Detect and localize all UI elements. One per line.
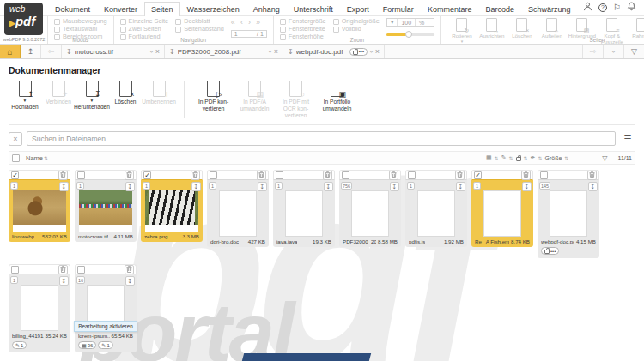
file-thumbnail[interactable]	[550, 190, 587, 237]
menu-item-konverter[interactable]: Konverter	[97, 2, 144, 15]
trash-icon[interactable]	[389, 171, 398, 180]
download-icon[interactable]: ↧	[522, 182, 532, 191]
file-checkbox[interactable]	[77, 171, 85, 179]
sort-by-name[interactable]: Name	[26, 154, 43, 162]
file-checkbox[interactable]	[342, 171, 349, 179]
download-icon[interactable]: ↧	[125, 276, 135, 286]
download-icon[interactable]: ↧	[390, 182, 399, 191]
file-checkbox[interactable]: ✓	[474, 171, 482, 179]
download-icon[interactable]: ↧	[66, 48, 72, 56]
menu-item-dokument[interactable]: Dokument	[48, 2, 97, 15]
file-card-pdf32000-20-pdf[interactable]: 756 ↧ PDF32000_20....pdf 8.58 MB	[339, 170, 401, 247]
nav-arrow-icon[interactable]: «	[231, 19, 235, 27]
file-card-motocross-tif[interactable]: 1 ↧ motocross.tif 4.11 MB	[75, 170, 137, 242]
trash-icon[interactable]	[58, 265, 68, 274]
pen-icon[interactable]: ✎	[501, 154, 507, 161]
flag-icon[interactable]: ⚐	[613, 3, 621, 12]
menu-item-export[interactable]: Export	[340, 2, 376, 15]
file-checkbox[interactable]	[408, 171, 416, 179]
chevron-down-icon[interactable]: ▾	[91, 99, 94, 102]
chevron-down-icon[interactable]: ›	[266, 51, 274, 53]
file-checkbox[interactable]	[210, 171, 217, 179]
file-card-dgri-bro-doc[interactable]: 1 ↧ dgri-bro.doc 427 KB	[207, 170, 269, 247]
file-card-pdfjs-js[interactable]: 1 ↧ pdfjs.js 1.92 MB	[405, 170, 467, 247]
file-thumbnail[interactable]	[145, 190, 198, 232]
download-icon[interactable]: ↧	[59, 276, 69, 286]
trash-icon[interactable]	[521, 171, 531, 180]
select-all-checkbox[interactable]	[12, 154, 20, 162]
in-pdf-kon-vertieren-button[interactable]: ▷ In PDF kon- vertieren	[193, 81, 234, 112]
download-icon[interactable]: ↧	[588, 182, 598, 191]
file-thumbnail[interactable]	[219, 190, 257, 237]
trash-icon[interactable]	[587, 171, 597, 180]
trash-icon[interactable]	[257, 171, 266, 180]
file-card-lion-webp[interactable]: ✓ 1 ↧ lion.webp 532.03 KB	[9, 170, 70, 242]
file-thumbnail[interactable]	[13, 190, 66, 232]
document-tab-pdf32000-2008-pdf[interactable]: ↧ PDF32000_2008.pdf › ×	[165, 45, 283, 58]
zoom-slider[interactable]	[386, 33, 434, 36]
hochladen-button[interactable]: ↥ ▾ Hochladen	[9, 81, 41, 111]
chevron-down-icon[interactable]: ›	[368, 51, 375, 53]
tab-filter-button[interactable]: ▽	[623, 45, 644, 58]
back-arrow-button[interactable]: ⇦	[41, 45, 62, 58]
home-button[interactable]: ⌂	[0, 45, 21, 58]
menu-item-unterschrift[interactable]: Unterschrift	[287, 2, 340, 15]
close-tab-icon[interactable]: ×	[155, 47, 160, 56]
sort-by-size[interactable]: Größe	[544, 155, 562, 161]
chevron-down-icon[interactable]: ▾	[24, 99, 27, 102]
zoom-level-select[interactable]: ▾ 100 %	[386, 18, 434, 27]
file-checkbox[interactable]	[11, 266, 19, 274]
download-icon[interactable]: ↧	[456, 182, 465, 191]
file-checkbox[interactable]: ✓	[143, 171, 151, 179]
menu-item-seiten[interactable]: Seiten	[144, 2, 180, 16]
menu-item-kommentare[interactable]: Kommentare	[421, 2, 479, 15]
trash-icon[interactable]	[323, 171, 332, 180]
image-icon[interactable]: ▦	[486, 154, 492, 161]
file-thumbnail[interactable]	[417, 190, 455, 237]
search-input[interactable]	[27, 131, 616, 146]
menu-item-schw-rzung[interactable]: Schwärzung	[521, 2, 578, 15]
file-checkbox[interactable]	[540, 171, 548, 179]
filter-icon[interactable]: ▽	[602, 154, 607, 162]
download-icon[interactable]: ↧	[59, 182, 69, 191]
download-icon[interactable]: ↧	[288, 48, 294, 56]
tab-list-dropdown-button[interactable]: ›	[603, 45, 623, 58]
file-checkbox[interactable]	[276, 171, 283, 179]
file-thumbnail[interactable]	[285, 190, 323, 237]
close-tab-icon[interactable]: ×	[274, 47, 278, 56]
file-thumbnail[interactable]	[483, 190, 521, 237]
file-card-re-a-fish-eml[interactable]: ✓ 1 ↧ Re_ A Fish.eml 8.74 KB	[471, 170, 533, 247]
l-schen-button[interactable]: × Löschen	[109, 81, 142, 105]
nav-arrow-icon[interactable]: ‹	[240, 19, 243, 27]
nav-arrow-icon[interactable]: ›	[248, 19, 251, 27]
file-thumbnail[interactable]	[21, 285, 58, 331]
download-icon[interactable]: ↧	[169, 48, 175, 56]
in-portfolio-umwandeln-button[interactable]: ▣ In Portfolio umwandeln	[317, 81, 357, 112]
bell-icon[interactable]	[627, 2, 636, 13]
download-icon[interactable]: ↧	[125, 182, 135, 191]
list-view-toggle-icon[interactable]: ☰	[620, 134, 635, 143]
file-thumbnail[interactable]	[79, 190, 132, 232]
trash-icon[interactable]	[58, 171, 68, 180]
file-checkbox[interactable]	[77, 266, 85, 274]
nav-arrow-icon[interactable]: »	[256, 19, 260, 27]
signature-icon[interactable]: ✒	[531, 154, 536, 161]
menu-item-formular[interactable]: Formular	[376, 2, 421, 15]
document-tab-webpdf-doc-pdf[interactable]: ↧ webpdf-doc.pdf ••• › ×	[283, 45, 385, 58]
file-card-zebra-png[interactable]: ✓ 1 ↧ zebra.png 3.3 MB	[141, 170, 203, 242]
download-icon[interactable]: ↧	[258, 182, 267, 191]
help-icon[interactable]: ?	[598, 3, 607, 12]
trash-icon[interactable]	[455, 171, 465, 180]
upload-tab-button[interactable]: ↥	[21, 45, 41, 58]
menu-item-anhang[interactable]: Anhang	[246, 2, 287, 15]
file-card-billing-44191-pdf[interactable]: 1 ↧ billing_44191....pdf 35.24 KB ✎1	[9, 264, 70, 352]
herunterladen-button[interactable]: ↧ ▾ Herunterladen	[76, 81, 108, 111]
file-checkbox[interactable]: ✓	[11, 171, 19, 179]
account-icon[interactable]	[583, 2, 592, 13]
close-tab-icon[interactable]: ×	[375, 47, 380, 56]
file-card-java-java[interactable]: 1 ↧ java.java 19.3 KB	[273, 170, 335, 247]
menu-item-barcode[interactable]: Barcode	[478, 2, 521, 15]
download-icon[interactable]: ↧	[191, 182, 201, 191]
clear-search-button[interactable]: ×	[9, 132, 22, 146]
download-icon[interactable]: ↧	[324, 182, 333, 191]
